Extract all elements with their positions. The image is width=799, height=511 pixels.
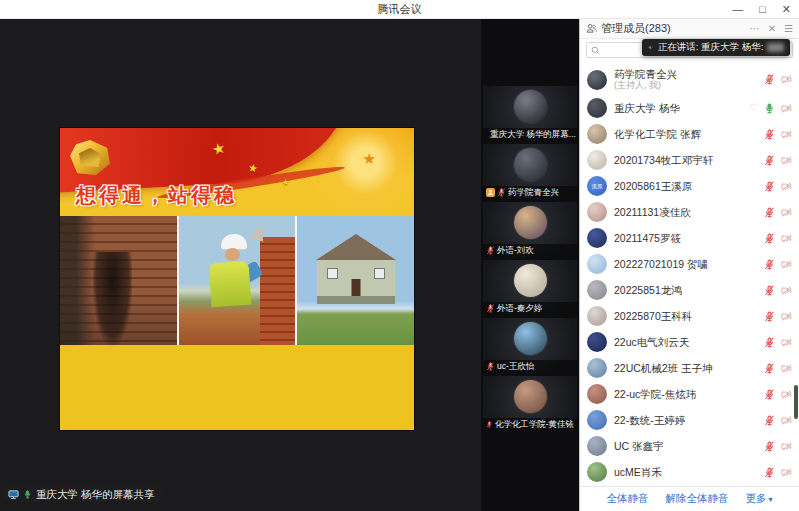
participant-name: 外语-刘欢 xyxy=(497,245,534,257)
member-names: 药学院青全兴 (主持人, 我) xyxy=(614,68,677,90)
camera-status-icon xyxy=(781,233,792,244)
camera-status-icon xyxy=(781,259,792,270)
camera-status-icon xyxy=(781,103,792,114)
member-row[interactable]: 22uc电气刘云天 xyxy=(580,329,799,355)
unmute-all-button[interactable]: 解除全体静音 xyxy=(665,492,728,506)
member-row[interactable]: 22-数统-王婷婷 xyxy=(580,407,799,433)
camera-status-icon xyxy=(781,363,792,374)
camera-status-icon xyxy=(781,311,792,322)
house-window-art xyxy=(327,268,338,279)
mic-status-icon xyxy=(764,129,775,140)
members-panel-header: 管理成员(283) ⋯ ✕ ☰ xyxy=(580,19,799,39)
participant-name: uc-王欣怡 xyxy=(497,361,534,373)
camera-status-icon xyxy=(781,129,792,140)
thumbnail-label: uc-王欣怡 xyxy=(483,360,577,373)
house-body-art xyxy=(317,260,395,304)
mic-status-icon xyxy=(764,441,775,452)
participant-thumbnail[interactable]: 药学院青全兴 xyxy=(483,144,577,199)
mic-status-icon xyxy=(764,233,775,244)
thumbnail-label: 化学化工学院-黄佳铱 xyxy=(483,418,577,431)
member-status-icons xyxy=(764,363,792,374)
member-name: 202227021019 贺嘨 xyxy=(614,258,708,270)
member-row[interactable]: 202227021019 贺嘨 xyxy=(580,251,799,277)
search-icon xyxy=(591,46,600,55)
member-row[interactable]: UC 张鑫宇 xyxy=(580,433,799,459)
mic-status-icon xyxy=(764,181,775,192)
star-icon: ★ xyxy=(281,178,289,188)
member-status-icons xyxy=(764,441,792,452)
screen-share-banner: 重庆大学 杨华的屏幕共享 xyxy=(4,487,161,502)
member-name: 药学院青全兴 xyxy=(614,68,677,80)
member-row[interactable]: 重庆大学 杨华 ♡ xyxy=(580,95,799,121)
panel-menu-icon[interactable]: ☰ xyxy=(784,24,793,34)
member-name: 22UC机械2班 王子坤 xyxy=(614,362,713,374)
member-avatar xyxy=(587,70,607,90)
camera-status-icon xyxy=(781,74,792,85)
participant-avatar xyxy=(514,206,547,239)
member-names: 20201734牧工邓宇轩 xyxy=(614,154,713,166)
minimize-icon[interactable]: — xyxy=(732,4,743,15)
more-button[interactable]: 更多 ▾ xyxy=(745,492,772,506)
hardhat-art xyxy=(221,234,247,249)
member-row[interactable]: 化学化工学院 张辉 xyxy=(580,121,799,147)
participant-avatar xyxy=(514,264,547,297)
camera-status-icon xyxy=(781,155,792,166)
participant-thumbnail[interactable]: 外语-秦夕婷 xyxy=(483,260,577,315)
mic-status-icon xyxy=(764,103,775,114)
member-row[interactable]: 20211475罗筱 xyxy=(580,225,799,251)
scrollbar-thumb[interactable] xyxy=(794,385,798,419)
member-row[interactable]: 22-uc学院-焦炫玮 xyxy=(580,381,799,407)
member-avatar xyxy=(587,280,607,300)
member-avatar xyxy=(587,436,607,456)
member-name: ucME肖禾 xyxy=(614,466,662,478)
camera-status-icon xyxy=(781,285,792,296)
member-name: 20225851龙鸿 xyxy=(614,284,682,296)
participant-thumbnail[interactable]: 化学化工学院-黄佳铱 xyxy=(483,376,577,431)
photo-construction-worker xyxy=(179,216,296,345)
mic-status-icon xyxy=(764,155,775,166)
mic-status-icon xyxy=(764,467,775,478)
member-row[interactable]: 20211131凌佳欣 xyxy=(580,199,799,225)
brick-wall-art xyxy=(260,237,295,345)
participant-name: 重庆大学 杨华的屏幕... xyxy=(490,129,576,141)
participant-thumbnail[interactable]: 外语-刘欢 xyxy=(483,202,577,257)
house-door-art xyxy=(351,279,360,296)
member-name: 20211131凌佳欣 xyxy=(614,206,691,218)
slide-footer-band xyxy=(60,345,414,430)
thumb-mic-icon xyxy=(486,362,495,371)
participant-name: 外语-秦夕婷 xyxy=(497,303,542,315)
member-row[interactable]: 药学院青全兴 (主持人, 我) xyxy=(580,64,799,95)
member-row[interactable]: 溪原 20205861王溪原 xyxy=(580,173,799,199)
member-name: UC 张鑫宇 xyxy=(614,440,664,452)
member-row[interactable]: 22UC机械2班 王子坤 xyxy=(580,355,799,381)
member-row[interactable]: 20225851龙鸿 xyxy=(580,277,799,303)
monitor-icon xyxy=(8,489,19,500)
participant-thumbnail[interactable]: uc-王欣怡 xyxy=(483,318,577,373)
member-status-icons: ♡ xyxy=(749,103,792,114)
thumbnail-label: 药学院青全兴 xyxy=(483,186,577,199)
mic-status-icon xyxy=(764,259,775,270)
member-row[interactable]: 20201734牧工邓宇轩 xyxy=(580,147,799,173)
camera-status-icon xyxy=(781,389,792,400)
speaking-toast: 正在讲话: 重庆大学 杨华: xyxy=(642,39,790,56)
host-badge-icon xyxy=(486,188,495,197)
member-row[interactable]: 20225870王科科 xyxy=(580,303,799,329)
close-icon[interactable]: ✕ xyxy=(782,4,791,15)
caret-down-icon: ▾ xyxy=(768,495,772,504)
camera-status-icon xyxy=(781,467,792,478)
member-avatar xyxy=(587,384,607,404)
participant-thumbnail[interactable]: 重庆大学 杨华的屏幕... xyxy=(483,86,577,141)
more-options-icon[interactable]: ⋯ xyxy=(750,24,760,34)
member-name: 重庆大学 杨华 xyxy=(614,102,680,114)
share-banner-text: 重庆大学 杨华的屏幕共享 xyxy=(36,488,154,502)
mute-all-button[interactable]: 全体静音 xyxy=(606,492,648,506)
thumb-mic-icon xyxy=(486,246,495,255)
maximize-icon[interactable]: □ xyxy=(759,4,766,15)
panel-close-icon[interactable]: ✕ xyxy=(768,24,776,34)
member-avatar xyxy=(587,124,607,144)
member-name: 22uc电气刘云天 xyxy=(614,336,689,348)
member-name: 20211475罗筱 xyxy=(614,232,681,244)
shared-screen-stage: ★ ★ ★ ★ 想得通，站得稳 xyxy=(0,19,481,511)
thumb-mic-icon xyxy=(497,188,506,197)
member-row[interactable]: ucME肖禾 xyxy=(580,459,799,485)
